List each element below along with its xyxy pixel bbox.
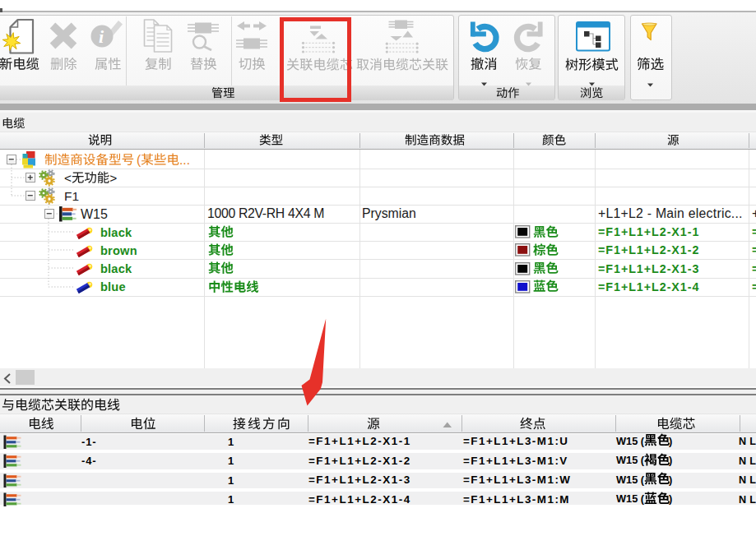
svg-text:N L: N L: [739, 494, 756, 506]
svg-text:F1: F1: [64, 189, 79, 203]
svg-text:+L1+L2 - Main electric...: +L1+L2 - Main electric...: [598, 206, 743, 220]
svg-text:1: 1: [228, 493, 234, 506]
svg-text:=F1+L1+L2-X1-1: =F1+L1+L2-X1-1: [308, 435, 411, 447]
svg-text:): ): [669, 455, 672, 467]
svg-text:-4-: -4-: [81, 455, 97, 467]
svg-text:=F1+L1+L2-X1-2: =F1+L1+L2-X1-2: [308, 455, 411, 467]
svg-text:>: >: [109, 170, 117, 184]
svg-text:): ): [669, 474, 672, 486]
svg-text:=F1+L1+L2-X1-2: =F1+L1+L2-X1-2: [598, 244, 699, 257]
svg-text:(: (: [137, 152, 141, 166]
svg-text:-1-: -1-: [81, 435, 97, 447]
svg-text:brown: brown: [100, 244, 137, 257]
svg-text:=F1+L1+L2-X1-4: =F1+L1+L2-X1-4: [308, 493, 411, 506]
svg-text:Prysmian: Prysmian: [362, 206, 416, 220]
svg-text:=F: =F: [752, 262, 756, 275]
svg-text:W15: W15: [81, 207, 108, 221]
svg-text:N L: N L: [739, 474, 756, 486]
svg-text:=F1+L1+L3-M1:U: =F1+L1+L3-M1:U: [463, 435, 569, 447]
svg-text:=F1+L1+L2-X1-4: =F1+L1+L2-X1-4: [598, 280, 699, 293]
svg-text:black: black: [100, 225, 132, 238]
svg-text:1000 R2V-RH 4X4 M: 1000 R2V-RH 4X4 M: [207, 206, 324, 220]
svg-text:W15 (: W15 (: [616, 435, 645, 447]
svg-text:=F1+L1+L2-X1-3: =F1+L1+L2-X1-3: [598, 262, 699, 275]
svg-text:...: ...: [179, 152, 190, 166]
svg-text:): ): [669, 493, 672, 506]
svg-text:=F1+L1+L2-X1-3: =F1+L1+L2-X1-3: [308, 474, 411, 486]
svg-text:W15 (: W15 (: [616, 493, 645, 506]
svg-text:=F1+L1+L3-M1:M: =F1+L1+L3-M1:M: [463, 493, 570, 506]
svg-text:1: 1: [228, 455, 234, 467]
svg-text:=F: =F: [752, 225, 756, 238]
svg-text:i: i: [99, 26, 104, 47]
svg-text:blue: blue: [100, 280, 126, 293]
svg-text:=F1+L1+L3-M1:V: =F1+L1+L3-M1:V: [463, 455, 568, 467]
svg-text:): ): [669, 435, 672, 447]
svg-text:1: 1: [228, 435, 234, 447]
svg-text:W15 (: W15 (: [616, 455, 645, 467]
svg-text:N L: N L: [739, 455, 756, 467]
svg-text:=F: =F: [752, 244, 756, 257]
svg-text:1: 1: [228, 474, 234, 486]
svg-text:N L: N L: [739, 436, 756, 447]
svg-text:=F1+L1+L2-X1-1: =F1+L1+L2-X1-1: [598, 225, 699, 238]
svg-text:+L: +L: [752, 206, 756, 220]
svg-text:=F1+L1+L3-M1:W: =F1+L1+L3-M1:W: [463, 474, 572, 486]
svg-text:W15 (: W15 (: [616, 474, 645, 486]
svg-text:=F: =F: [752, 280, 756, 293]
svg-text:<: <: [64, 170, 72, 184]
svg-text:black: black: [100, 262, 132, 275]
